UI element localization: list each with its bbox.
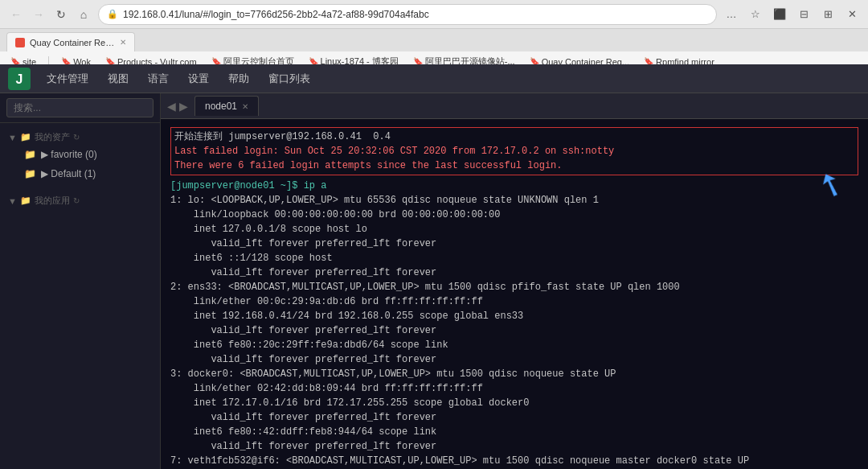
tab-navigation: ◀ ▶	[167, 100, 188, 113]
bookmark-button[interactable]: ☆	[746, 5, 765, 24]
sidebar-item-default[interactable]: 📁 ▶ Default (1)	[16, 164, 160, 183]
terminal-line: 开始连接到 jumpserver@192.168.0.41 0.4	[174, 130, 854, 144]
browser-chrome: ← → ↻ ⌂ 🔒 192.168.0.41/luna/#/login_to=7…	[0, 0, 868, 64]
terminal-line: Last failed login: Sun Oct 25 20:32:06 C…	[174, 144, 854, 158]
expand-arrow: ▼	[8, 133, 17, 142]
menu-view[interactable]: 视图	[98, 67, 138, 91]
folder-icon: 📁	[24, 168, 36, 179]
refresh-icon[interactable]: ↻	[73, 196, 80, 205]
app-body: ▼ 📁 我的资产 ↻ 📁 ▶ favorite (0) 📁 ▶ Default …	[0, 93, 868, 469]
terminal-line: valid_lft forever preferred_lft forever	[170, 323, 858, 338]
my-apps-section: ▼ 📁 我的应用 ↻	[0, 187, 160, 212]
terminal-line: inet 192.168.0.41/24 brd 192.168.0.255 s…	[170, 309, 858, 323]
extensions-button[interactable]: ⬛	[770, 5, 789, 24]
lock-icon: 🔒	[107, 9, 118, 19]
my-apps-header: ▼ 📁 我的应用 ↻	[0, 190, 160, 208]
terminal-tab-bar: ◀ ▶ node01 ✕	[161, 93, 868, 119]
terminal-line: inet6 fe80::20c:29ff:fe9a:dbd6/64 scope …	[170, 338, 858, 352]
nav-buttons: ← → ↻ ⌂	[6, 5, 93, 24]
main-content: ◀ ▶ node01 ✕ 开始连接到 jumpserver@192.168.0.…	[161, 93, 868, 469]
expand-arrow: ▼	[8, 196, 17, 206]
sidebar-default-label: ▶ Default (1)	[41, 168, 96, 179]
warning-box: 开始连接到 jumpserver@192.168.0.41 0.4Last fa…	[170, 127, 858, 175]
sidebar-search-input[interactable]	[6, 98, 154, 117]
terminal-line: link/loopback 00:00:00:00:00:00 brd 00:0…	[170, 208, 858, 222]
terminal-line: link/ether 00:0c:29:9a:db:d6 brd ff:ff:f…	[170, 294, 858, 309]
menu-help[interactable]: 帮助	[219, 67, 259, 91]
terminal-line: valid_lft forever preferred_lft forever	[170, 265, 858, 280]
browser-toolbar: ← → ↻ ⌂ 🔒 192.168.0.41/luna/#/login_to=7…	[0, 0, 868, 29]
folder-icon: 📁	[20, 132, 31, 142]
my-apps-label: 我的应用	[35, 195, 70, 207]
svg-text:J: J	[16, 72, 23, 86]
terminal[interactable]: 开始连接到 jumpserver@192.168.0.41 0.4Last fa…	[161, 119, 868, 469]
tab-close-icon[interactable]: ✕	[120, 38, 126, 47]
browser-actions: … ☆ ⬛ ⊟ ⊞ ✕	[722, 5, 862, 24]
minimize-button[interactable]: ⊟	[794, 5, 813, 24]
terminal-tab-label: node01	[205, 101, 237, 112]
terminal-line: [jumpserver@node01 ~]$ ip a	[170, 179, 858, 193]
more-button[interactable]: …	[722, 5, 741, 24]
my-assets-header: ▼ 📁 我的资产 ↻	[0, 126, 160, 145]
sidebar-favorite-label: ▶ favorite (0)	[41, 149, 97, 160]
tab-label: Quay Container Reg -	[30, 38, 115, 47]
forward-button[interactable]: →	[29, 5, 48, 24]
address-text: 192.168.0.41/luna/#/login_to=7766d256-2b…	[123, 9, 429, 20]
terminal-line: valid_lft forever preferred_lft forever	[170, 410, 858, 425]
terminal-line: 1: lo: <LOOPBACK,UP,LOWER_UP> mtu 65536 …	[170, 193, 858, 208]
menu-file-manager[interactable]: 文件管理	[37, 67, 98, 91]
folder-icon: 📁	[20, 195, 31, 206]
my-assets-label: 我的资产	[35, 131, 70, 143]
sidebar-item-favorite[interactable]: 📁 ▶ favorite (0)	[16, 145, 160, 164]
terminal-wrapper: 开始连接到 jumpserver@192.168.0.41 0.4Last fa…	[161, 119, 868, 469]
terminal-line: valid_lft forever preferred_lft forever	[170, 237, 858, 251]
browser-tab-quay[interactable]: Quay Container Reg - ✕	[6, 32, 135, 51]
terminal-line: 2: ens33: <BROADCAST,MULTICAST,UP,LOWER_…	[170, 280, 858, 294]
refresh-icon[interactable]: ↻	[73, 133, 80, 142]
my-assets-section: ▼ 📁 我的资产 ↻ 📁 ▶ favorite (0) 📁 ▶ Default …	[0, 123, 160, 187]
terminal-line: valid_lft forever preferred_lft forever	[170, 352, 858, 367]
terminal-line: inet6 ::1/128 scope host	[170, 251, 858, 265]
app-logo: J	[8, 68, 31, 90]
tab-favicon	[15, 38, 25, 47]
maximize-button[interactable]: ⊞	[818, 5, 837, 24]
sidebar-favorites: 📁 ▶ favorite (0) 📁 ▶ Default (1)	[0, 145, 160, 183]
back-button[interactable]: ←	[6, 5, 26, 24]
close-button[interactable]: ✕	[842, 5, 862, 24]
terminal-line: 3: docker0: <BROADCAST,MULTICAST,UP,LOWE…	[170, 367, 858, 381]
menu-window[interactable]: 窗口列表	[259, 67, 320, 91]
terminal-line: valid_lft forever preferred_lft forever	[170, 439, 858, 454]
sidebar: ▼ 📁 我的资产 ↻ 📁 ▶ favorite (0) 📁 ▶ Default …	[0, 93, 161, 469]
tab-right-arrow[interactable]: ▶	[179, 100, 188, 113]
app-container: J 文件管理 视图 语言 设置 帮助 窗口列表 ▼ 📁 我的资产 ↻	[0, 64, 868, 469]
address-bar[interactable]: 🔒 192.168.0.41/luna/#/login_to=7766d256-…	[98, 4, 717, 25]
folder-icon: 📁	[24, 149, 36, 160]
refresh-button[interactable]: ↻	[51, 5, 71, 24]
terminal-line: link/ether 02:42:dd:b8:09:44 brd ff:ff:f…	[170, 381, 858, 396]
tabs-bar: Quay Container Reg - ✕	[0, 29, 868, 51]
terminal-tab-node01[interactable]: node01 ✕	[194, 96, 259, 116]
app-menubar: J 文件管理 视图 语言 设置 帮助 窗口列表	[0, 64, 868, 93]
terminal-line: inet 127.0.0.1/8 scope host lo	[170, 222, 858, 237]
menu-settings[interactable]: 设置	[178, 67, 219, 91]
terminal-line: 7: veth1fcb532@if6: <BROADCAST,MULTICAST…	[170, 454, 858, 468]
terminal-line: inet 172.17.0.1/16 brd 172.17.255.255 sc…	[170, 396, 858, 410]
sidebar-search-area	[0, 93, 160, 123]
home-button[interactable]: ⌂	[74, 5, 93, 24]
terminal-line: There were 6 failed login attempts since…	[174, 158, 854, 173]
menu-language[interactable]: 语言	[138, 67, 178, 91]
tab-left-arrow[interactable]: ◀	[167, 100, 176, 113]
terminal-line: inet6 fe80::42:ddff:feb8:944/64 scope li…	[170, 425, 858, 439]
terminal-tab-close-icon[interactable]: ✕	[242, 102, 248, 111]
